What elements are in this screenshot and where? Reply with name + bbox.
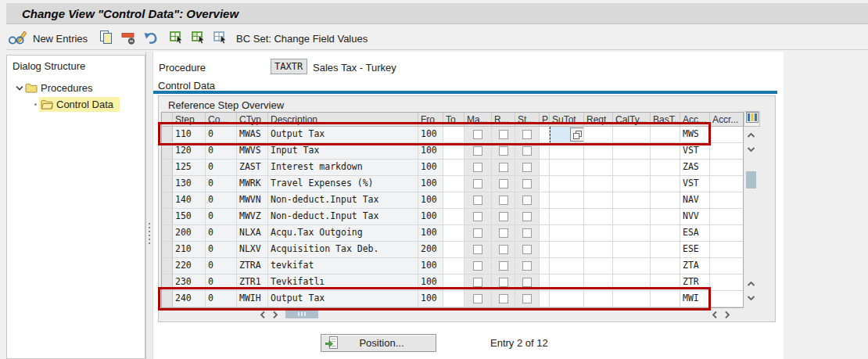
column-header-p[interactable]: P (540, 113, 550, 127)
cell-base-type[interactable] (651, 225, 680, 242)
required-checkbox[interactable] (499, 294, 508, 303)
row-selector[interactable] (162, 143, 173, 160)
manual-checkbox[interactable] (473, 228, 482, 238)
horizontal-scrollbar-thumb[interactable] (285, 310, 318, 318)
cell-base-type[interactable] (651, 127, 680, 143)
manual-checkbox[interactable] (473, 130, 482, 139)
required-checkbox[interactable] (499, 278, 508, 287)
cell-subtotal[interactable] (550, 258, 584, 275)
tree-item-control-data[interactable]: Control Data (7, 96, 145, 113)
column-header-bast[interactable]: BasT... (651, 113, 680, 127)
cell-accruals[interactable] (710, 275, 743, 291)
cell-base-type[interactable] (651, 275, 680, 291)
column-header-fro[interactable]: Fro (418, 113, 443, 127)
cell-print[interactable] (540, 225, 550, 242)
column-header-acc[interactable]: Acc... (680, 113, 710, 127)
cell-subtotal[interactable] (550, 209, 584, 225)
cell-print[interactable] (540, 192, 550, 209)
cell-to[interactable] (443, 160, 464, 176)
manual-checkbox[interactable] (473, 212, 482, 221)
column-header-to[interactable]: To (443, 113, 464, 127)
cell-base-type[interactable] (651, 258, 680, 275)
cell-to[interactable] (443, 209, 464, 225)
cell-requirement[interactable] (584, 258, 613, 275)
required-checkbox[interactable] (499, 196, 508, 205)
cell-calculation-type[interactable] (613, 209, 651, 225)
cell-calculation-type[interactable] (613, 192, 651, 209)
scroll-up-button[interactable] (744, 128, 757, 142)
cell-subtotal[interactable] (550, 275, 584, 291)
manual-checkbox[interactable] (473, 261, 482, 271)
cell-base-type[interactable] (651, 160, 680, 176)
cell-to[interactable] (443, 225, 464, 242)
cell-subtotal[interactable] (550, 176, 584, 192)
cell-print[interactable] (540, 143, 550, 160)
table-row[interactable]: 200 0 NLXA Acqu.Tax Outgoing 100 ESA (162, 225, 743, 242)
cell-calculation-type[interactable] (613, 143, 651, 160)
required-checkbox[interactable] (499, 130, 508, 139)
cell-accruals[interactable] (710, 127, 743, 143)
cell-requirement[interactable] (584, 275, 613, 291)
cell-to[interactable] (443, 275, 464, 291)
manual-checkbox[interactable] (473, 146, 482, 156)
cell-requirement[interactable] (584, 127, 613, 143)
deselect-all-button[interactable] (210, 30, 231, 48)
select-block-button[interactable] (188, 30, 210, 48)
required-checkbox[interactable] (499, 163, 508, 172)
possible-entries-button[interactable] (570, 127, 584, 142)
splitter-grip-icon[interactable] (149, 223, 150, 245)
cell-print[interactable] (540, 160, 550, 176)
cell-account-key[interactable]: ZAS (680, 160, 710, 176)
scroll-left-button[interactable] (256, 308, 269, 321)
column-header-st[interactable]: St... (515, 113, 540, 127)
statistical-checkbox[interactable] (522, 212, 532, 221)
copy-as-button[interactable] (95, 30, 117, 48)
cell-base-type[interactable] (651, 242, 680, 258)
cell-accruals[interactable] (710, 291, 743, 307)
required-checkbox[interactable] (499, 245, 508, 254)
statistical-checkbox[interactable] (522, 130, 532, 139)
cell-requirement[interactable] (584, 160, 613, 176)
column-header-ctyp[interactable]: CTyp (237, 113, 268, 127)
table-row[interactable]: 150 0 MWVZ Non-deduct.Input Tax 100 NVV (162, 209, 743, 225)
manual-checkbox[interactable] (473, 294, 482, 303)
delete-row-button[interactable] (117, 30, 139, 48)
cell-to[interactable] (443, 242, 464, 258)
cell-base-type[interactable] (651, 176, 680, 192)
cell-to[interactable] (443, 291, 464, 307)
statistical-checkbox[interactable] (522, 245, 532, 254)
cell-accruals[interactable] (710, 192, 743, 209)
statistical-checkbox[interactable] (522, 294, 532, 303)
cell-print[interactable] (540, 209, 550, 225)
cell-requirement[interactable] (584, 242, 613, 258)
table-row[interactable]: 120 0 MWVS Input Tax 100 VST (162, 143, 743, 160)
cell-subtotal[interactable] (550, 143, 584, 160)
statistical-checkbox[interactable] (522, 261, 532, 271)
cell-print[interactable] (540, 242, 550, 258)
table-row[interactable]: 125 0 ZAST Interest markdown 100 ZAS (162, 160, 743, 176)
row-selector[interactable] (162, 258, 173, 275)
row-selector[interactable] (162, 209, 173, 225)
cell-base-type[interactable] (651, 291, 680, 307)
cell-calculation-type[interactable] (613, 242, 651, 258)
cell-print[interactable] (540, 176, 550, 192)
required-checkbox[interactable] (499, 261, 508, 271)
tab-control-data[interactable]: Control Data (158, 80, 215, 92)
row-selector[interactable] (162, 160, 173, 176)
manual-checkbox[interactable] (473, 179, 482, 188)
column-header-calty[interactable]: CalTy... (613, 113, 651, 127)
manual-checkbox[interactable] (473, 196, 482, 205)
column-configuration-button[interactable] (744, 111, 760, 127)
cell-calculation-type[interactable] (613, 127, 651, 143)
statistical-checkbox[interactable] (522, 228, 532, 238)
required-checkbox[interactable] (499, 228, 508, 238)
scroll-left-right-button[interactable] (708, 308, 721, 321)
cell-accruals[interactable] (710, 258, 743, 275)
row-selector[interactable] (162, 176, 173, 192)
column-header-step[interactable]: Step (173, 113, 206, 127)
cell-account-key[interactable]: NVV (680, 209, 710, 225)
cell-accruals[interactable] (710, 209, 743, 225)
required-checkbox[interactable] (499, 212, 508, 221)
cell-account-key[interactable]: VST (680, 143, 710, 160)
cell-calculation-type[interactable] (613, 258, 651, 275)
